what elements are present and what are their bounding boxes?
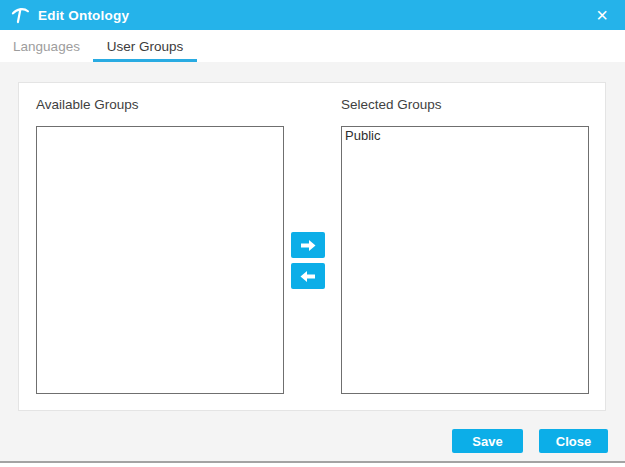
dialog-body: Available Groups Selected Groups Public: [0, 62, 625, 461]
user-groups-panel: Available Groups Selected Groups Public: [18, 82, 606, 411]
dialog-title: Edit Ontology: [38, 8, 129, 23]
close-button[interactable]: Close: [539, 429, 608, 453]
move-left-button[interactable]: [291, 263, 325, 289]
tab-user-groups[interactable]: User Groups: [93, 30, 197, 62]
tab-bar: Languages User Groups: [0, 30, 625, 62]
arrow-right-icon: [299, 239, 317, 252]
selected-groups-listbox[interactable]: Public: [341, 126, 589, 394]
save-button[interactable]: Save: [452, 429, 523, 453]
close-icon[interactable]: ×: [587, 0, 617, 30]
selected-groups-label: Selected Groups: [341, 97, 442, 112]
arrow-left-icon: [299, 270, 317, 283]
move-right-button[interactable]: [291, 232, 325, 258]
edit-ontology-dialog: Edit Ontology × Languages User Groups Av…: [0, 0, 625, 467]
dialog-header: Edit Ontology ×: [0, 0, 625, 30]
available-groups-listbox[interactable]: [36, 126, 284, 394]
tab-languages[interactable]: Languages: [0, 30, 93, 62]
pickaxe-logo-icon: [9, 4, 31, 26]
list-item[interactable]: Public: [342, 127, 588, 144]
dialog-bottom-edge: [0, 461, 625, 463]
available-groups-label: Available Groups: [36, 97, 139, 112]
